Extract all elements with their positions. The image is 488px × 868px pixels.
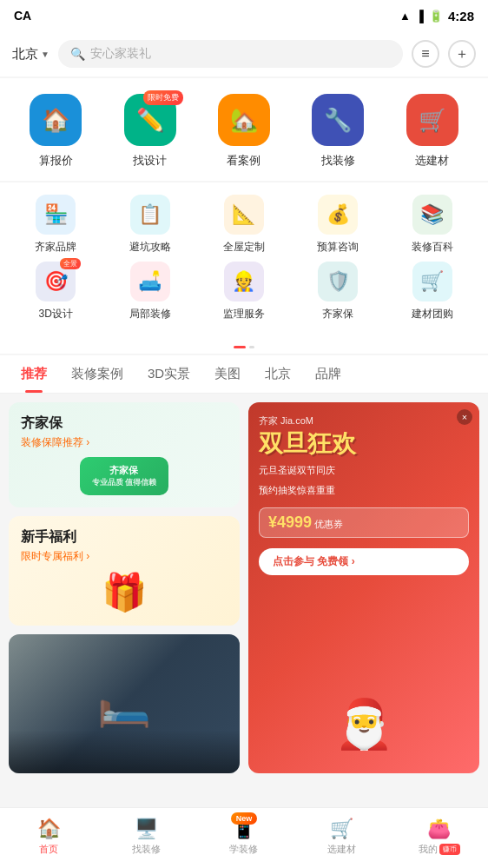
- gm-icon-wiki: 📚: [412, 195, 452, 235]
- new-badge: New: [231, 812, 258, 825]
- search-bar[interactable]: 🔍 安心家装礼: [58, 40, 403, 68]
- gm-item-group-buy[interactable]: 🛒 建材团购: [393, 262, 472, 321]
- room-placeholder-icon: 🛏️: [97, 679, 151, 729]
- qa-icon-materials: 🛒: [406, 94, 458, 146]
- gm-label-qijiabao: 齐家保: [322, 307, 353, 321]
- qa-label-materials: 选建材: [415, 153, 449, 169]
- gm-label-partial: 局部装修: [129, 307, 171, 321]
- qa-item-cases[interactable]: 🏡 看案例: [205, 94, 283, 169]
- materials-nav-icon: 🛒: [330, 818, 353, 840]
- search-icon: 🔍: [70, 47, 85, 61]
- grid-row-1: 🏪 齐家品牌 📋 避坑攻略 📐 全屋定制 💰 预算咨询 📚: [9, 195, 479, 255]
- qa-item-renovation[interactable]: 🔧 找装修: [299, 94, 377, 169]
- festival-subtitle1: 元旦圣诞双节同庆: [259, 463, 469, 479]
- qa-label-cases: 看案例: [227, 153, 260, 169]
- qa-item-design[interactable]: ✏️ 限时免费 找设计: [111, 94, 189, 169]
- tab-recommend[interactable]: 推荐: [9, 355, 59, 393]
- status-bar: CA ▲ ▐ 🔋 4:28: [0, 0, 488, 31]
- tab-beijing[interactable]: 北京: [253, 355, 303, 393]
- gm-item-pitfalls[interactable]: 📋 避坑攻略: [111, 195, 189, 255]
- qa-icon-renovation: 🔧: [312, 94, 364, 146]
- cases-icon: 🏡: [230, 107, 258, 134]
- location-text: 北京: [12, 46, 38, 63]
- gm-label-custom: 全屋定制: [223, 240, 265, 255]
- budget-icon: 💰: [326, 203, 350, 226]
- signal-icon: ▐: [416, 10, 424, 23]
- gm-item-brand[interactable]: 🏪 齐家品牌: [16, 195, 95, 255]
- qa-item-materials[interactable]: 🛒 选建材: [393, 94, 472, 169]
- gm-label-brand: 齐家品牌: [35, 240, 76, 255]
- gift-icon: 🎁: [102, 571, 147, 613]
- bottom-nav: 🏠 首页 🖥️ 找装修 📱 New 学装修 🛒 选建材 👛 我的 赚币: [0, 807, 488, 868]
- festival-title: 双旦狂欢: [259, 431, 469, 458]
- qa-icon-design: ✏️ 限时免费: [124, 94, 176, 146]
- cta-button[interactable]: 点击参与 免费领 ›: [259, 548, 469, 575]
- wiki-icon: 📚: [420, 203, 444, 226]
- message-icon[interactable]: ≡: [412, 40, 439, 68]
- grid-row-2: 🎯 全景 3D设计 🛋️ 局部装修 👷 监理服务 🛡️ 齐家保 🛒: [9, 262, 479, 321]
- gm-label-pitfalls: 避坑攻略: [129, 240, 171, 255]
- qa-item-calculate[interactable]: 🏠 算报价: [16, 94, 95, 169]
- tab-cases[interactable]: 装修案例: [59, 355, 135, 393]
- nav-home[interactable]: 🏠 首页: [14, 818, 83, 856]
- gm-item-partial[interactable]: 🛋️ 局部装修: [111, 262, 189, 321]
- gm-item-budget[interactable]: 💰 预算咨询: [299, 195, 377, 255]
- clock: 4:28: [448, 9, 474, 23]
- close-button[interactable]: ×: [457, 409, 472, 425]
- room-photo-card[interactable]: 🛏️: [9, 634, 240, 773]
- nav-learn-label: 学装修: [229, 843, 258, 856]
- add-icon[interactable]: ＋: [448, 40, 476, 68]
- gm-icon-pitfalls: 📋: [130, 195, 170, 235]
- tab-photos[interactable]: 美图: [202, 355, 253, 393]
- brand-text: 齐家 Jia.coM: [259, 414, 469, 427]
- custom-icon: 📐: [232, 203, 255, 226]
- header: 北京 ▼ 🔍 安心家装礼 ≡ ＋: [0, 31, 488, 76]
- nav-mine[interactable]: 👛 我的 赚币: [405, 818, 474, 856]
- calculate-icon: 🏠: [42, 107, 69, 134]
- brand-icon: 🏪: [44, 203, 68, 226]
- nav-learn[interactable]: 📱 New 学装修: [209, 818, 279, 856]
- santa-icon: 🎅: [334, 696, 394, 752]
- gm-item-qijiabao[interactable]: 🛡️ 齐家保: [299, 262, 377, 321]
- nav-renovation-label: 找装修: [132, 843, 161, 856]
- gm-item-custom[interactable]: 📐 全屋定制: [205, 195, 283, 255]
- materials-icon-wrap: 🛒: [330, 818, 353, 840]
- gm-icon-custom: 📐: [224, 195, 264, 235]
- mine-icon-wrap: 👛: [427, 818, 451, 840]
- left-column: 齐家保 装修保障推荐 › 齐家保 专业品质 值得信赖 新手福利 限时专属福利 ›…: [9, 402, 240, 773]
- nav-materials[interactable]: 🛒 选建材: [307, 818, 376, 856]
- nav-renovation[interactable]: 🖥️ 找装修: [112, 818, 181, 856]
- festival-promo-card[interactable]: 齐家 Jia.coM 双旦狂欢 元旦圣诞双节同庆 预约抽奖惊喜重重 ¥4999 …: [248, 402, 479, 773]
- newbie-promo-card[interactable]: 新手福利 限时专属福利 › 🎁: [9, 516, 240, 626]
- gm-item-supervisor[interactable]: 👷 监理服务: [205, 262, 283, 321]
- gm-item-3d[interactable]: 🎯 全景 3D设计: [16, 262, 95, 321]
- qijiabao-logo-area: 齐家保 专业品质 值得信赖: [21, 457, 228, 495]
- chevron-down-icon: ▼: [41, 50, 49, 59]
- tabs-bar: 推荐 装修案例 3D实景 美图 北京 品牌: [0, 355, 488, 394]
- gm-label-supervisor: 监理服务: [223, 307, 265, 321]
- qijiabao-icon: 🛡️: [326, 270, 350, 293]
- group-buy-icon: 🛒: [420, 270, 444, 293]
- tab-3d-scene[interactable]: 3D实景: [135, 355, 202, 393]
- partial-icon: 🛋️: [138, 270, 162, 293]
- 3d-icon: 🎯: [44, 270, 68, 293]
- coupon-label: 优惠券: [314, 519, 343, 529]
- pitfalls-icon: 📋: [138, 203, 162, 226]
- qijiabao-title: 齐家保: [21, 414, 228, 433]
- qa-label-design: 找设计: [133, 153, 167, 169]
- qijiabao-promo-card[interactable]: 齐家保 装修保障推荐 › 齐家保 专业品质 值得信赖: [9, 402, 240, 507]
- supervisor-icon: 👷: [232, 270, 255, 293]
- nav-materials-label: 选建材: [327, 843, 356, 856]
- tab-brand[interactable]: 品牌: [303, 355, 353, 393]
- gm-item-wiki[interactable]: 📚 装修百科: [393, 195, 472, 255]
- carrier-logo: CA: [14, 9, 31, 23]
- home-icon-wrap: 🏠: [37, 818, 61, 840]
- location-button[interactable]: 北京 ▼: [12, 46, 49, 63]
- gm-icon-3d: 🎯 全景: [36, 262, 76, 301]
- 3d-badge: 全景: [60, 258, 81, 269]
- qa-icon-calculate: 🏠: [30, 94, 82, 146]
- battery-icon: 🔋: [429, 10, 443, 23]
- qa-label-calculate: 算报价: [39, 153, 73, 169]
- room-overlay: [9, 730, 240, 773]
- gm-icon-supervisor: 👷: [224, 262, 264, 301]
